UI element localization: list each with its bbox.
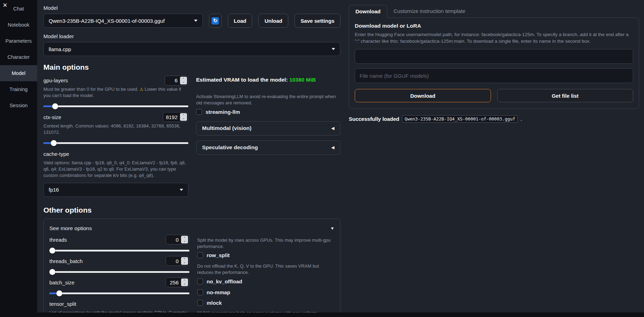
file-name-input[interactable] <box>355 68 633 83</box>
multimodal-accordion[interactable]: Multimodal (vision) ◀ <box>196 121 340 136</box>
streaming-llm-label: streaming-llm <box>206 109 240 115</box>
row-split-row: row_split <box>197 252 334 258</box>
no-kv-offload-desc: Do not offload the K, Q, V to the GPU. T… <box>197 263 334 276</box>
no-kv-offload-row: no_kv_offload <box>197 278 334 284</box>
model-label: Model <box>43 5 340 11</box>
sidebar-item-model[interactable]: Model <box>0 65 37 81</box>
mlock-label: mlock <box>207 300 222 306</box>
download-button[interactable]: Download <box>355 89 491 102</box>
sidebar-item-session[interactable]: Session <box>0 97 37 113</box>
main-content: Model Qwen3-235B-A22B-IQ4_XS-00001-of-00… <box>37 0 644 317</box>
threads-batch-value: 0 <box>176 258 179 264</box>
refresh-icon: ↻ <box>212 17 219 25</box>
load-status-suffix: . <box>520 116 522 122</box>
load-status-filename: Qwen3-235B-A22B-IQ4_XS-00001-of-00003.gg… <box>402 115 518 123</box>
main-options-columns: gpu-layers 6 ⌃⌄ Must be greater than 0 f… <box>43 76 340 197</box>
no-mmap-checkbox[interactable] <box>197 289 203 295</box>
mlock-checkbox[interactable] <box>197 300 203 306</box>
batch-size-value: 256 <box>170 280 179 285</box>
chevron-down-icon: ▼ <box>330 226 334 231</box>
slider-thumb[interactable] <box>49 269 55 275</box>
number-spinner[interactable]: ⌃⌄ <box>180 113 187 121</box>
tensor-split-row: tensor_split <box>49 299 189 309</box>
batch-size-row: batch_size 256 ⌃⌄ <box>49 278 189 287</box>
no-kv-offload-checkbox[interactable] <box>197 278 203 284</box>
threads-input[interactable]: 0 ⌃⌄ <box>166 235 189 244</box>
slider-thumb[interactable] <box>56 290 62 296</box>
vram-estimate: Estimated VRAM to load the model: 10380 … <box>196 77 340 83</box>
batch-size-input[interactable]: 256 ⌃⌄ <box>166 277 189 287</box>
page-bottom-strip <box>0 312 644 317</box>
model-loader-value: llama.cpp <box>49 46 71 52</box>
tab-download[interactable]: Download <box>349 5 387 18</box>
download-buttons-row: Download Get file list <box>355 89 633 102</box>
cache-type-dropdown[interactable]: fp16 <box>43 183 188 197</box>
model-loader-dropdown[interactable]: llama.cpp <box>43 42 340 56</box>
threads-slider[interactable] <box>49 248 189 254</box>
slider-track <box>43 142 188 144</box>
number-spinner[interactable]: ⌃⌄ <box>181 278 188 286</box>
gpu-layers-slider[interactable] <box>43 103 188 109</box>
cache-type-row: cache-type <box>43 149 188 159</box>
sidebar-item-training[interactable]: Training <box>0 81 37 97</box>
load-status-prefix: Successfully loaded <box>349 116 399 122</box>
streaming-llm-row: streaming-llm <box>196 109 340 115</box>
gpu-layers-value: 6 <box>175 77 178 83</box>
threads-batch-row: threads_batch 0 ⌃⌄ <box>49 256 189 266</box>
row-split-checkbox[interactable] <box>197 252 203 258</box>
slider-thumb[interactable] <box>49 248 55 254</box>
chevron-down-icon <box>332 48 335 50</box>
sidebar-item-parameters[interactable]: Parameters <box>0 33 37 49</box>
threads-batch-input[interactable]: 0 ⌃⌄ <box>166 256 189 266</box>
chevron-down-icon <box>194 20 198 22</box>
download-heading: Download model or LoRA <box>355 23 633 29</box>
number-spinner[interactable]: ⌃⌄ <box>181 236 188 243</box>
chevron-left-icon: ◀ <box>331 145 334 150</box>
number-spinner[interactable]: ⌃⌄ <box>180 77 187 84</box>
main-options-right: Estimated VRAM to load the model: 10380 … <box>196 76 340 197</box>
model-dropdown[interactable]: Qwen3-235B-A22B-IQ4_XS-00001-of-00003.gg… <box>43 14 203 28</box>
multimodal-accordion-label: Multimodal (vision) <box>202 125 251 131</box>
batch-size-slider[interactable] <box>49 290 189 296</box>
ctx-size-slider[interactable] <box>43 140 188 146</box>
see-more-options-box: See more options ▼ threads 0 ⌃⌄ <box>43 219 340 317</box>
download-panel: Download model or LoRA Enter the Hugging… <box>349 18 639 109</box>
tensor-split-label: tensor_split <box>49 301 76 307</box>
mlock-row: mlock <box>197 300 334 306</box>
other-options-heading: Other options <box>43 206 340 214</box>
sidebar-item-notebook[interactable]: Notebook <box>0 17 37 33</box>
sidebar: × Chat Notebook Parameters Character Mod… <box>0 0 37 317</box>
speculative-decoding-accordion[interactable]: Speculative decoding ◀ <box>196 140 340 155</box>
threads-label: threads <box>49 237 67 243</box>
close-icon[interactable]: × <box>3 1 7 9</box>
ctx-size-input[interactable]: 8192 ⌃⌄ <box>163 112 188 122</box>
gpu-layers-label: gpu-layers <box>43 77 68 83</box>
cache-type-label: cache-type <box>43 151 69 157</box>
sidebar-item-character[interactable]: Character <box>0 49 37 65</box>
load-button[interactable]: Load <box>228 14 252 28</box>
refresh-models-button[interactable]: ↻ <box>209 14 222 28</box>
model-loader-label: Model loader <box>43 33 340 39</box>
batch-size-label: batch_size <box>49 280 75 285</box>
main-options-heading: Main options <box>43 63 340 71</box>
threads-batch-slider[interactable] <box>49 269 189 275</box>
see-more-options-toggle[interactable]: See more options ▼ <box>49 223 334 234</box>
get-file-list-button[interactable]: Get file list <box>497 89 633 102</box>
model-path-input[interactable] <box>355 49 633 64</box>
tab-customize-instruction-template[interactable]: Customize instruction template <box>387 5 472 18</box>
slider-track <box>49 250 189 251</box>
save-settings-button[interactable]: Save settings <box>295 14 340 28</box>
model-row: Qwen3-235B-A22B-IQ4_XS-00001-of-00003.gg… <box>43 14 340 28</box>
number-spinner[interactable]: ⌃⌄ <box>181 257 188 265</box>
no-mmap-label: no-mmap <box>207 289 230 295</box>
row-split-label: row_split <box>207 252 230 258</box>
model-column: Model Qwen3-235B-A22B-IQ4_XS-00001-of-00… <box>43 5 340 317</box>
slider-thumb[interactable] <box>51 140 57 146</box>
vram-value: 10380 MiB <box>289 77 316 83</box>
unload-button[interactable]: Unload <box>258 14 288 28</box>
speculative-decoding-accordion-label: Speculative decoding <box>202 144 258 151</box>
gpu-layers-input[interactable]: 6 ⌃⌄ <box>165 76 188 85</box>
ctx-size-row: ctx-size 8192 ⌃⌄ <box>43 112 188 122</box>
slider-thumb[interactable] <box>52 103 58 109</box>
streaming-llm-checkbox[interactable] <box>196 109 202 115</box>
